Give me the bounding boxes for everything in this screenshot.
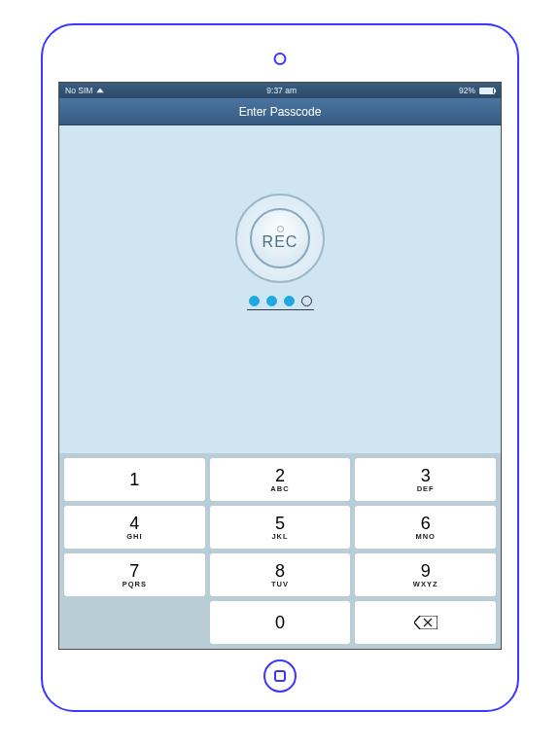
ipad-frame: No SIM 9:37 am 92% Enter Passcode RE — [41, 23, 519, 712]
wifi-icon — [96, 88, 104, 92]
carrier-label: No SIM — [65, 86, 92, 95]
keypad-key-2[interactable]: 2ABC — [210, 458, 351, 501]
keypad-key-8[interactable]: 8TUV — [210, 553, 351, 596]
keypad-letters: JKL — [271, 533, 288, 541]
keypad-letters: PQRS — [122, 581, 147, 588]
keypad-key-5[interactable]: 5JKL — [210, 506, 351, 549]
keypad-digit: 3 — [421, 467, 431, 484]
numeric-keypad: 12ABC3DEF4GHI5JKL6MNO7PQRS8TUV9WXYZ0 — [59, 453, 501, 649]
keypad-key-1[interactable]: 1 — [64, 458, 205, 501]
passcode-dot-1 — [249, 296, 260, 306]
status-bar: No SIM 9:37 am 92% — [59, 83, 501, 98]
status-time: 9:37 am — [266, 86, 297, 95]
backspace-icon — [414, 616, 438, 629]
passcode-dot-3 — [284, 296, 295, 306]
keypad-key-4[interactable]: 4GHI — [64, 506, 205, 549]
passcode-dots — [247, 296, 314, 310]
keypad-digit: 7 — [129, 562, 139, 580]
keypad-letters: WXYZ — [413, 581, 438, 588]
device-screen: No SIM 9:37 am 92% Enter Passcode RE — [58, 82, 502, 650]
keypad-key-9[interactable]: 9WXYZ — [355, 553, 496, 596]
passcode-content: REC — [59, 125, 501, 453]
backspace-button[interactable] — [355, 601, 496, 644]
keypad-letters: TUV — [271, 581, 289, 588]
passcode-dot-2 — [266, 296, 277, 306]
rec-led-icon — [277, 226, 284, 232]
keypad-digit: 0 — [275, 614, 285, 631]
keypad-blank — [64, 601, 205, 644]
keypad-key-6[interactable]: 6MNO — [355, 506, 496, 549]
home-button[interactable] — [263, 659, 297, 693]
passcode-dot-4 — [301, 296, 312, 306]
keypad-digit: 8 — [275, 562, 285, 580]
keypad-digit: 9 — [421, 562, 431, 580]
keypad-digit: 2 — [275, 467, 285, 484]
camera-icon — [274, 53, 287, 65]
rec-logo-outer: REC — [235, 194, 325, 283]
keypad-letters: DEF — [417, 485, 435, 493]
keypad-letters: GHI — [126, 533, 142, 541]
home-button-icon — [274, 670, 286, 682]
nav-bar: Enter Passcode — [59, 98, 501, 125]
rec-logo-inner: REC — [250, 208, 310, 268]
keypad-key-0[interactable]: 0 — [210, 601, 351, 644]
keypad-digit: 1 — [129, 471, 139, 488]
keypad-letters: ABC — [270, 485, 289, 493]
keypad-key-3[interactable]: 3DEF — [355, 458, 496, 501]
keypad-digit: 6 — [421, 515, 431, 532]
keypad-digit: 4 — [129, 515, 139, 532]
nav-title: Enter Passcode — [239, 105, 322, 119]
keypad-digit: 5 — [275, 515, 285, 532]
battery-percent: 92% — [459, 86, 475, 95]
battery-icon — [479, 88, 495, 94]
keypad-key-7[interactable]: 7PQRS — [64, 553, 205, 596]
rec-label: REC — [262, 233, 298, 251]
keypad-letters: MNO — [415, 533, 436, 541]
